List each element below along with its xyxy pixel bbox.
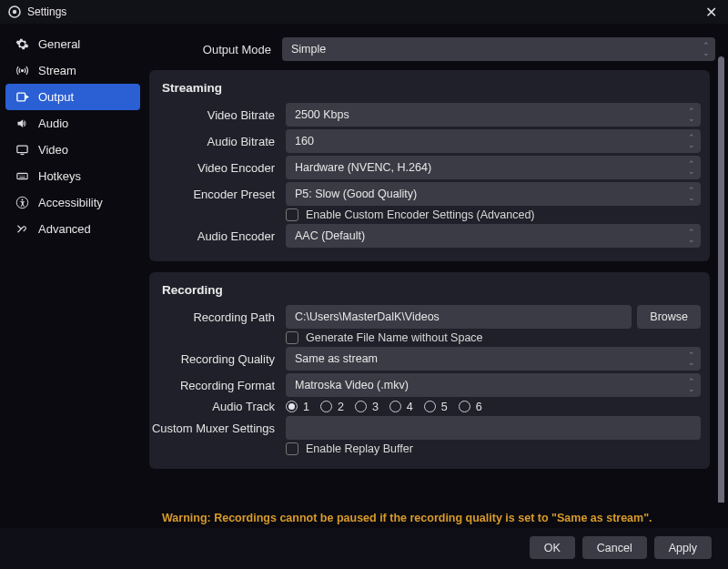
enable-replay-buffer-label: Enable Replay Buffer [306, 442, 413, 455]
audio-track-option[interactable]: 6 [459, 401, 482, 413]
generate-filename-nospace-label: Generate File Name without Space [306, 331, 483, 344]
recording-format-label: Recording Format [149, 379, 286, 392]
sidebar-item-label: Accessibility [38, 196, 103, 209]
audio-track-option[interactable]: 3 [355, 401, 379, 413]
audio-track-option[interactable]: 1 [286, 401, 309, 413]
svg-rect-3 [16, 93, 25, 101]
streaming-title: Streaming [149, 79, 701, 100]
antenna-icon [15, 64, 29, 77]
custom-muxer-label: Custom Muxer Settings [149, 422, 286, 435]
sidebar-item-label: Stream [38, 64, 76, 77]
video-bitrate-input[interactable]: 2500 Kbps [286, 103, 701, 127]
recording-quality-select[interactable]: Same as stream [286, 347, 701, 371]
svg-rect-5 [16, 173, 26, 178]
app-icon [7, 5, 22, 19]
tools-icon [15, 222, 29, 236]
audio-encoder-label: Audio Encoder [149, 229, 286, 243]
recording-section: Recording Recording Path Browse Generate… [149, 272, 710, 469]
browse-button[interactable]: Browse [637, 305, 701, 329]
video-bitrate-label: Video Bitrate [149, 108, 286, 122]
svg-point-1 [13, 10, 16, 14]
output-icon [15, 90, 29, 104]
settings-content: Output Mode Simple Streaming Video Bitra… [146, 24, 728, 503]
radio-icon [389, 401, 401, 412]
audio-encoder-select[interactable]: AAC (Default) [286, 224, 701, 248]
radio-icon [286, 401, 298, 412]
radio-icon [320, 401, 332, 412]
apply-button[interactable]: Apply [654, 536, 712, 559]
sidebar-item-label: Hotkeys [38, 169, 81, 183]
recording-path-label: Recording Path [149, 310, 286, 324]
svg-point-7 [21, 198, 23, 200]
window-title: Settings [27, 5, 66, 18]
sidebar-item-label: General [38, 37, 80, 51]
sidebar-item-label: Output [38, 90, 74, 104]
sidebar-item-output[interactable]: Output [5, 84, 140, 110]
accessibility-icon [15, 196, 29, 209]
recording-format-select[interactable]: Matroska Video (.mkv) [286, 373, 701, 397]
enable-custom-encoder-checkbox[interactable] [286, 208, 298, 221]
radio-icon [355, 401, 367, 412]
enable-custom-encoder-label: Enable Custom Encoder Settings (Advanced… [306, 208, 535, 221]
sidebar-item-label: Advanced [38, 222, 91, 236]
sidebar-item-accessibility[interactable]: Accessibility [5, 189, 140, 216]
audio-bitrate-label: Audio Bitrate [149, 135, 286, 148]
close-icon[interactable]: ✕ [702, 4, 721, 21]
audio-bitrate-select[interactable]: 160 [286, 129, 701, 153]
svg-rect-4 [16, 146, 26, 153]
video-encoder-label: Video Encoder [149, 161, 286, 175]
ok-button[interactable]: OK [530, 536, 575, 559]
scroll-bar[interactable] [718, 56, 724, 503]
recording-quality-label: Recording Quality [149, 352, 286, 366]
speaker-icon [15, 117, 29, 130]
output-mode-select[interactable]: Simple [282, 37, 715, 61]
sidebar-item-label: Audio [38, 117, 68, 130]
sidebar: General Stream Output Audio Video [0, 24, 146, 528]
enable-replay-buffer-checkbox[interactable] [286, 442, 298, 455]
streaming-section: Streaming Video Bitrate 2500 Kbps Audio … [149, 70, 710, 261]
custom-muxer-input[interactable] [286, 416, 701, 440]
sidebar-item-advanced[interactable]: Advanced [5, 216, 140, 242]
sidebar-item-hotkeys[interactable]: Hotkeys [5, 163, 140, 189]
warning-text: Warning: Recordings cannot be paused if … [146, 503, 728, 528]
gear-icon [15, 37, 29, 51]
recording-path-input[interactable] [286, 305, 632, 329]
encoder-preset-label: Encoder Preset [149, 188, 286, 201]
audio-track-label: Audio Track [149, 400, 286, 413]
cancel-button[interactable]: Cancel [582, 536, 647, 559]
radio-icon [424, 401, 436, 412]
generate-filename-nospace-checkbox[interactable] [286, 331, 298, 344]
audio-track-option[interactable]: 2 [320, 401, 344, 413]
sidebar-item-label: Video [38, 143, 68, 157]
monitor-icon [15, 143, 29, 157]
sidebar-item-video[interactable]: Video [5, 137, 140, 163]
svg-point-2 [21, 70, 23, 72]
output-mode-label: Output Mode [146, 43, 282, 56]
sidebar-item-general[interactable]: General [5, 31, 140, 57]
keyboard-icon [15, 169, 29, 183]
encoder-preset-select[interactable]: P5: Slow (Good Quality) [286, 182, 701, 206]
sidebar-item-audio[interactable]: Audio [5, 110, 140, 137]
recording-title: Recording [149, 281, 701, 302]
audio-track-option[interactable]: 5 [424, 401, 448, 413]
sidebar-item-stream[interactable]: Stream [5, 57, 140, 84]
title-bar: Settings ✕ [0, 0, 728, 24]
audio-track-option[interactable]: 4 [389, 401, 413, 413]
video-encoder-select[interactable]: Hardware (NVENC, H.264) [286, 156, 701, 179]
audio-track-group: 123456 [286, 401, 701, 413]
radio-icon [459, 401, 470, 412]
dialog-footer: OK Cancel Apply [0, 528, 728, 569]
